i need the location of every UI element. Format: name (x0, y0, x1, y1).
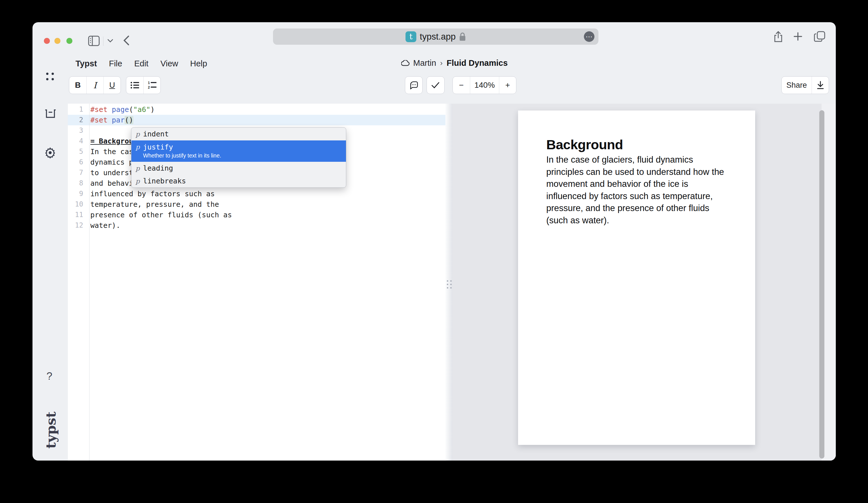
chrome-divider (103, 36, 103, 46)
download-button[interactable] (812, 77, 829, 94)
minimize-window-button[interactable] (54, 38, 60, 44)
comments-button[interactable] (405, 76, 423, 94)
param-type-icon: p (134, 165, 142, 172)
download-icon (817, 81, 824, 90)
share-button[interactable]: Share (782, 77, 812, 94)
bold-button[interactable]: B (69, 77, 86, 94)
code-text: #set page("a6") (83, 104, 155, 115)
gutter-divider (89, 104, 90, 461)
menu-item-typst[interactable]: Typst (75, 59, 97, 69)
code-line-2[interactable]: 2#set par() (68, 115, 445, 125)
preview-paragraph: In the case of glaciers, fluid dynamics … (546, 154, 728, 227)
italic-button[interactable]: I (86, 77, 103, 94)
checkmark-icon (431, 82, 440, 88)
option-label: indent (143, 130, 169, 138)
autocomplete-option-leading[interactable]: pleading (131, 162, 346, 175)
line-number: 7 (68, 167, 83, 178)
line-number: 8 (68, 178, 83, 189)
code-text: water). (83, 220, 120, 231)
code-line-12[interactable]: 12water). (68, 220, 445, 231)
breadcrumb-document-title: Fluid Dynamics (446, 59, 507, 68)
param-type-icon: p (134, 130, 142, 138)
share-page-icon[interactable] (774, 31, 783, 42)
back-button[interactable] (123, 35, 130, 45)
drag-handle-icon[interactable] (447, 280, 452, 289)
line-number: 1 (68, 104, 83, 115)
cloud-icon (401, 60, 410, 66)
preview-heading: Background (546, 137, 728, 153)
bullet-list-button[interactable] (126, 77, 143, 94)
preview-scrollbar-thumb[interactable] (819, 110, 824, 459)
code-text: temperature, pressure, and the (83, 199, 219, 210)
option-label: leading (143, 164, 173, 172)
line-number: 10 (68, 199, 83, 210)
app-grid-icon[interactable] (46, 73, 54, 80)
breadcrumb-separator: › (440, 59, 443, 67)
zoom-control-group: − 140% + (453, 76, 516, 94)
chevron-down-icon[interactable] (107, 39, 113, 43)
zoom-in-button[interactable]: + (499, 77, 516, 94)
document-preview-pane: Background In the case of glaciers, flui… (453, 104, 836, 461)
breadcrumb-workspace[interactable]: Martin (413, 59, 436, 68)
numbered-list-button[interactable]: 1 2 (143, 77, 161, 94)
menu-item-view[interactable]: View (161, 59, 178, 69)
code-text: presence of other fluids (such as (83, 210, 232, 220)
code-line-10[interactable]: 10temperature, pressure, and the (68, 199, 445, 210)
option-description: Whether to justify text in its line. (143, 152, 346, 159)
tab-overview-icon[interactable] (814, 31, 825, 42)
line-number: 2 (68, 115, 83, 125)
svg-text:2: 2 (148, 85, 150, 89)
list-style-group: 1 2 (126, 76, 161, 94)
autocomplete-option-linebreaks[interactable]: plinebreaks (131, 175, 346, 187)
underline-button[interactable]: U (103, 77, 121, 94)
code-line-9[interactable]: 9influenced by factors such as (68, 189, 445, 199)
lock-icon (459, 32, 466, 41)
menu-item-help[interactable]: Help (190, 59, 207, 69)
code-line-11[interactable]: 11presence of other fluids (such as (68, 210, 445, 220)
autocomplete-dropdown: pindentpjustifyWhether to justify text i… (131, 127, 346, 188)
line-number: 3 (68, 125, 83, 136)
text-style-group: B I U (69, 76, 121, 94)
line-number: 6 (68, 157, 83, 167)
option-label: justify (143, 143, 173, 151)
line-number: 9 (68, 189, 83, 199)
line-number: 5 (68, 146, 83, 157)
code-text: influenced by factors such as (83, 189, 215, 199)
line-number: 4 (68, 136, 83, 146)
close-window-button[interactable] (44, 38, 50, 44)
autocomplete-option-justify[interactable]: pjustifyWhether to justify text in its l… (131, 140, 346, 162)
files-tray-icon[interactable] (45, 109, 56, 118)
menu-item-file[interactable]: File (109, 59, 122, 69)
line-number: 12 (68, 220, 83, 231)
pane-resize-divider[interactable] (445, 104, 453, 461)
breadcrumb[interactable]: Martin › Fluid Dynamics (401, 59, 508, 68)
share-group: Share (781, 76, 829, 94)
sidebar-toggle-icon[interactable] (88, 35, 100, 46)
menu-item-edit[interactable]: Edit (134, 59, 148, 69)
new-tab-icon[interactable] (793, 32, 803, 41)
address-bar[interactable]: t typst.app ⋯ (273, 29, 598, 45)
comment-icon (410, 81, 418, 90)
autocomplete-option-indent[interactable]: pindent (131, 128, 346, 140)
line-number: 11 (68, 210, 83, 220)
zoom-window-button[interactable] (66, 38, 72, 44)
bullet-list-icon (131, 82, 139, 89)
browser-window: t typst.app ⋯ TypstFileEditViewHelp (32, 22, 836, 461)
param-type-icon: p (134, 177, 142, 185)
typst-logo: typst (43, 411, 59, 449)
url-text: typst.app (420, 32, 456, 42)
preview-page: Background In the case of glaciers, flui… (518, 111, 755, 445)
svg-text:1: 1 (148, 81, 150, 85)
zoom-level-value[interactable]: 140% (470, 77, 499, 94)
site-favicon: t (405, 31, 416, 42)
param-type-icon: p (134, 143, 142, 151)
code-text: #set par() (83, 115, 133, 125)
zoom-out-button[interactable]: − (453, 77, 470, 94)
settings-gear-icon[interactable] (44, 147, 56, 158)
code-line-1[interactable]: 1#set page("a6") (68, 104, 445, 115)
option-label: linebreaks (143, 177, 186, 185)
numbered-list-icon: 1 2 (148, 81, 156, 89)
page-settings-button[interactable]: ⋯ (584, 31, 595, 42)
compile-status-button[interactable] (426, 76, 445, 94)
help-button[interactable]: ? (46, 370, 52, 382)
